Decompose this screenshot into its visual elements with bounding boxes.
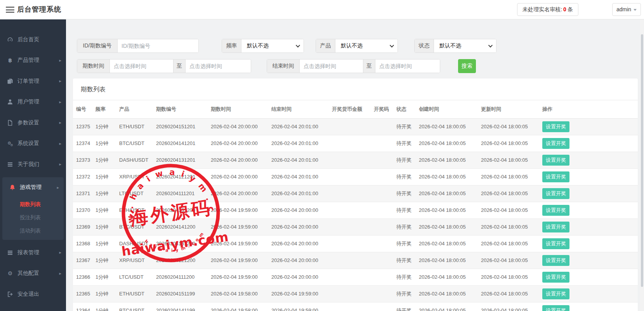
- table-row: 123741分钟BTC/USDT202602041412012026-02-04…: [73, 135, 638, 152]
- table-cell-actions: 设置开奖: [542, 135, 638, 152]
- table-cell: 1分钟: [95, 118, 119, 135]
- table-cell: 20260204121201: [156, 168, 211, 185]
- table-cell: 20260204151201: [156, 118, 211, 135]
- table-cell: 2026-02-04 18:00:05: [481, 269, 542, 285]
- product-label: 产品: [316, 39, 335, 52]
- table-cell-actions: 设置开奖: [542, 235, 638, 252]
- column-header: 编号: [73, 100, 95, 118]
- table-cell: [374, 118, 396, 135]
- table-cell: 1分钟: [95, 235, 119, 252]
- table-cell: 2026-02-04 20:01:00: [271, 168, 332, 185]
- sidebar-subitem-issues[interactable]: 期数列表: [2, 198, 64, 211]
- user-menu[interactable]: admin: [612, 3, 641, 16]
- sidebar-item-params[interactable]: 参数设置▸: [0, 112, 66, 133]
- chevron-right-icon: ▸: [59, 271, 61, 276]
- column-header: 开奖码: [374, 100, 396, 118]
- table-cell: DASH/USDT: [119, 235, 156, 252]
- product-select[interactable]: 默认不选: [335, 39, 398, 52]
- sidebar-item-products[interactable]: ฿产品管理▸: [0, 50, 66, 71]
- table-cell: 待开奖: [396, 185, 419, 202]
- set-lottery-button[interactable]: 设置开奖: [542, 255, 569, 266]
- table-cell: 2026-02-04 19:59:00: [211, 252, 271, 269]
- sidebar-item-other[interactable]: ⚙其他配置▸: [0, 263, 66, 284]
- set-lottery-button[interactable]: 设置开奖: [542, 121, 569, 132]
- set-lottery-button[interactable]: 设置开奖: [542, 205, 569, 216]
- sidebar-item-orders[interactable]: 订单管理▸: [0, 71, 66, 92]
- table-cell: 2026-02-04 18:00:05: [419, 185, 481, 202]
- search-button[interactable]: 搜索: [458, 59, 476, 73]
- set-lottery-button[interactable]: 设置开奖: [542, 138, 569, 149]
- set-lottery-button[interactable]: 设置开奖: [542, 288, 569, 299]
- table-cell: 2026-02-04 18:00:05: [481, 185, 542, 202]
- table-cell: [332, 185, 374, 202]
- sidebar-item-logout[interactable]: 安全退出: [0, 284, 66, 305]
- set-lottery-button[interactable]: 设置开奖: [542, 222, 569, 232]
- frequency-select[interactable]: 默认不选: [241, 39, 304, 52]
- chevron-right-icon: ▸: [59, 58, 61, 63]
- issues-table-body: 123751分钟ETH/USDT202602041512012026-02-04…: [73, 118, 638, 311]
- set-lottery-button[interactable]: 设置开奖: [542, 171, 569, 182]
- scrollbar[interactable]: [640, 19, 644, 311]
- set-lottery-button[interactable]: 设置开奖: [542, 272, 569, 283]
- table-cell: 12367: [73, 252, 95, 269]
- sidebar-item-about[interactable]: 关于我们▸: [0, 154, 66, 175]
- hamburger-icon[interactable]: [6, 7, 14, 13]
- issue-time-to-input[interactable]: [186, 59, 251, 73]
- table-cell: 12366: [73, 269, 95, 285]
- table-cell: [374, 285, 396, 302]
- sidebar-item-label: 其他配置: [17, 270, 59, 277]
- table-cell: 1分钟: [95, 269, 119, 285]
- table-cell: [332, 302, 374, 311]
- chevron-right-icon: ▸: [59, 100, 61, 105]
- table-cell: 2026-02-04 18:00:05: [419, 168, 481, 185]
- end-time-to-input[interactable]: [375, 59, 440, 73]
- table-cell: 20260204141200: [156, 218, 211, 235]
- table-cell: [374, 235, 396, 252]
- set-lottery-button[interactable]: 设置开奖: [542, 188, 569, 199]
- svg-text:⚙: ⚙: [10, 143, 13, 147]
- set-lottery-button[interactable]: 设置开奖: [542, 305, 569, 311]
- sidebar-item-reports[interactable]: 报表管理▸: [0, 242, 66, 263]
- sidebar-subitem-bets[interactable]: 投注列表: [2, 211, 64, 224]
- filter-issue-time: 期数时间 至: [77, 59, 251, 73]
- status-select[interactable]: 默认不选: [434, 39, 496, 52]
- table-cell: 1分钟: [95, 218, 119, 235]
- table-cell-actions: 设置开奖: [542, 152, 638, 168]
- table-cell: [332, 218, 374, 235]
- table-cell: 2026-02-04 19:59:00: [271, 302, 332, 311]
- top-header: 后台管理系统 未处理实名审核:0条 admin: [0, 0, 644, 19]
- issue-time-from-input[interactable]: [110, 59, 173, 73]
- set-lottery-button[interactable]: 设置开奖: [542, 155, 569, 166]
- table-cell-actions: 设置开奖: [542, 218, 638, 235]
- table-cell: [374, 185, 396, 202]
- table-cell: 2026-02-04 20:00:00: [271, 235, 332, 252]
- audit-unit: 条: [568, 6, 573, 12]
- table-row: 123681分钟DASH/USDT202602041312002026-02-0…: [73, 235, 638, 252]
- set-lottery-button[interactable]: 设置开奖: [542, 238, 569, 249]
- sidebar-item-label: 用户管理: [17, 98, 59, 105]
- table-cell: 2026-02-04 20:00:00: [211, 135, 271, 152]
- pending-audit-badge[interactable]: 未处理实名审核:0条: [517, 3, 578, 16]
- sidebar-item-label: 游戏管理: [20, 184, 57, 191]
- table-cell: 12370: [73, 202, 95, 218]
- table-cell: 2026-02-04 20:01:00: [271, 152, 332, 168]
- sidebar-item-system[interactable]: ⚙⚙系统设置▸: [0, 133, 66, 154]
- table-cell: 20260204141199: [156, 302, 211, 311]
- table-cell: [332, 252, 374, 269]
- sidebar-item-users[interactable]: 用户管理▸: [0, 92, 66, 113]
- sidebar-subitem-activities[interactable]: 活动列表: [2, 224, 64, 238]
- bars-icon: [6, 249, 14, 256]
- dashboard-icon: [6, 36, 14, 43]
- issue-id-input[interactable]: [118, 39, 198, 52]
- table-cell: 待开奖: [396, 285, 419, 302]
- audit-count: 0: [563, 6, 566, 12]
- sidebar-item-dashboard[interactable]: 后台首页: [0, 29, 66, 50]
- table-cell: 12365: [73, 285, 95, 302]
- chevron-right-icon: ▸: [59, 162, 61, 167]
- table-cell: 2026-02-04 19:59:00: [211, 202, 271, 218]
- sidebar-item-game[interactable]: 游戏管理▸: [2, 177, 64, 198]
- scrollbar-thumb[interactable]: [641, 34, 643, 287]
- svg-text:฿: ฿: [8, 57, 12, 63]
- table-cell: 2026-02-04 18:00:05: [419, 235, 481, 252]
- end-time-from-input[interactable]: [300, 59, 363, 73]
